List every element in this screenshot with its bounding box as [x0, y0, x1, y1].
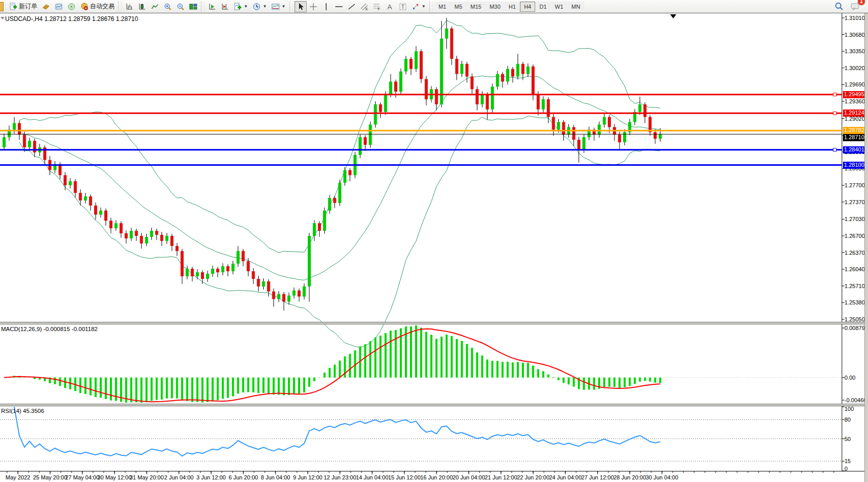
candle-body: [435, 89, 438, 104]
candle-body: [572, 127, 575, 140]
navigator-button[interactable]: [53, 1, 65, 12]
chart-menu-arrow-icon[interactable]: [1, 17, 5, 19]
pane-separator-macd-rsi[interactable]: [0, 404, 868, 406]
fibonacci-tool-button[interactable]: F: [371, 1, 383, 12]
chart-canvas[interactable]: [0, 0, 868, 482]
line-handle[interactable]: [833, 148, 836, 151]
candle-body: [292, 291, 295, 296]
candle-body: [404, 59, 407, 72]
pane-separator-main-macd[interactable]: [0, 322, 868, 324]
chart-shift-button[interactable]: [219, 1, 231, 12]
search-icon: [835, 2, 843, 11]
candle-body: [191, 269, 194, 276]
chart-line-button[interactable]: [149, 1, 161, 12]
toolbar-grip: [201, 2, 204, 12]
indicators-caret-icon: ▼: [244, 4, 248, 9]
zoom-in-button[interactable]: [162, 1, 174, 12]
timeframe-W1[interactable]: W1: [551, 2, 567, 12]
auto-scroll-icon: [208, 3, 216, 11]
search-button[interactable]: [833, 1, 846, 12]
candle-body: [445, 29, 448, 39]
timeframe-M30[interactable]: M30: [486, 2, 505, 12]
candle-body: [63, 175, 66, 185]
chart-shift-marker[interactable]: [670, 14, 676, 18]
timeframe-MN[interactable]: MN: [567, 2, 584, 12]
candle-body: [277, 294, 280, 299]
candle-body: [379, 104, 382, 112]
candle-body: [115, 223, 118, 228]
candle-body: [68, 181, 72, 185]
candle-body: [160, 235, 163, 241]
text-label-tool-button[interactable]: T: [397, 1, 409, 12]
candle-body: [165, 236, 168, 241]
timeframe-H1[interactable]: H1: [505, 2, 520, 12]
auto-scroll-button[interactable]: [206, 1, 218, 12]
horizontal-line-tool-button[interactable]: [333, 1, 345, 12]
line-handle[interactable]: [833, 112, 836, 115]
periods-button[interactable]: ▼: [250, 1, 269, 12]
candle-body: [180, 251, 184, 276]
equidistant-channel-tool-button[interactable]: E: [358, 1, 371, 12]
fibonacci-icon: F: [373, 3, 381, 11]
candle-body: [99, 211, 102, 215]
trendline-tool-button[interactable]: [346, 1, 358, 12]
vertical-line-icon: [322, 3, 330, 11]
candle-body: [547, 99, 550, 117]
vertical-line-tool-button[interactable]: [320, 1, 332, 12]
candle-body: [130, 231, 133, 238]
signals-button[interactable]: [65, 1, 78, 12]
candle-body: [267, 281, 270, 292]
candle-body: [206, 274, 209, 279]
candle-body: [425, 79, 428, 100]
candle-body: [79, 193, 82, 201]
horizontal-line-icon: [335, 3, 343, 11]
notifications-button[interactable]: 1: [849, 1, 862, 12]
symbol-ohlc-text: USDCAD-,H4 1.28712 1.28759 1.28676 1.287…: [5, 15, 138, 23]
toolbar-grip: [118, 2, 122, 12]
indicators-button[interactable]: ▼: [232, 1, 250, 12]
candle-body: [344, 170, 347, 183]
equidistant-channel-icon: E: [360, 3, 369, 11]
zoom-out-button[interactable]: [174, 1, 187, 12]
candle-body: [150, 231, 153, 237]
candle-body: [598, 124, 601, 135]
autotrading-button[interactable]: 自动交易: [78, 1, 117, 12]
candle-body: [481, 94, 484, 104]
timeframe-M1[interactable]: M1: [435, 2, 450, 12]
templates-button[interactable]: ▼: [269, 1, 288, 12]
line-handle[interactable]: [833, 93, 836, 96]
timeframe-M5[interactable]: M5: [450, 2, 466, 12]
candle-body: [638, 104, 642, 112]
svg-text:E: E: [366, 7, 368, 11]
candle-body: [399, 72, 402, 92]
toolbar-right: 1: [833, 1, 867, 12]
candle-body: [455, 59, 459, 74]
timeframe-M15[interactable]: M15: [466, 2, 485, 12]
timeframe-D1[interactable]: D1: [535, 2, 551, 12]
candle-body: [562, 122, 565, 135]
candle-body: [582, 137, 585, 150]
candle-body: [328, 198, 331, 211]
candle-body: [109, 221, 112, 228]
chart-bars-icon: [125, 3, 133, 11]
chart-bars-button[interactable]: [123, 1, 135, 12]
tile-windows-button[interactable]: [187, 1, 199, 12]
candle-body: [298, 291, 301, 297]
arrows-tool-button[interactable]: ▼: [409, 1, 428, 12]
candle-body: [577, 140, 580, 150]
chart-candlesticks-button[interactable]: [136, 1, 148, 12]
timeframe-H4[interactable]: H4: [520, 2, 535, 12]
candle-body: [28, 141, 31, 147]
candle-body: [521, 64, 524, 74]
candle-body: [501, 74, 504, 82]
new-order-button[interactable]: 新订单: [7, 1, 39, 12]
candle-body: [394, 81, 397, 92]
templates-icon: [271, 3, 280, 11]
crosshair-tool-button[interactable]: [307, 1, 319, 12]
toolbar: 新订单 自动交易: [0, 0, 868, 13]
text-tool-button[interactable]: A: [384, 1, 396, 12]
macd-indicator-label: MACD(12,26,9) -0.000815 -0.001182: [1, 326, 98, 332]
candle-body: [89, 196, 92, 206]
market-watch-button[interactable]: [40, 1, 52, 12]
cursor-tool-button[interactable]: [294, 1, 307, 12]
